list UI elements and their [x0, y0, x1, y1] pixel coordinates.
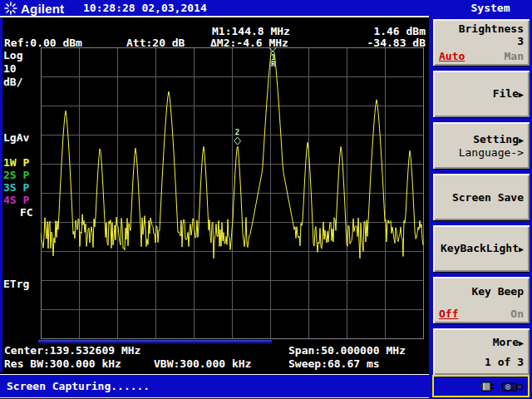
softkey-keybacklight[interactable]: KeyBackLight▶: [433, 225, 530, 272]
option-off[interactable]: Off: [439, 308, 458, 320]
center-freq-readout: Center:139.532609 MHz: [4, 344, 140, 357]
softkey-value: Language->: [439, 146, 524, 159]
power-plug-icon: [480, 380, 499, 393]
softkey-more[interactable]: More▶ 1 of 3: [433, 328, 530, 375]
span-readout: Span:50.000000 MHz: [288, 344, 406, 357]
brand: Agilent: [4, 2, 64, 16]
freq-coupling-label: FC: [20, 206, 33, 219]
marker1-value: 1.46 dBm: [332, 25, 426, 37]
softkey-menu-panel: Brightness 3 Auto Man File▶ Setting▶ Lan…: [429, 17, 532, 399]
option-on[interactable]: On: [510, 308, 524, 320]
trace4-mode-label: 4S P: [3, 194, 29, 206]
softkey-label: File: [493, 87, 519, 100]
softkey-file[interactable]: File▶: [433, 71, 530, 117]
submenu-arrow-icon: ▶: [519, 244, 524, 254]
option-man[interactable]: Man: [505, 50, 524, 62]
softkey-key-beep[interactable]: Key Beep Off On: [433, 277, 530, 323]
trace1-mode-label: 1W P: [3, 156, 29, 169]
softkey-label: Key Beep: [439, 285, 524, 298]
agilent-starburst-icon: [4, 2, 17, 15]
spectrum-analyzer-screen: Agilent 10:28:28 02,03,2014 System M1:14…: [0, 0, 532, 399]
datetime-display: 10:28:28 02,03,2014: [83, 2, 207, 14]
trace2-mode-label: 2S P: [3, 169, 29, 181]
vbw-readout: VBW:300.000 kHz: [154, 357, 251, 370]
softkey-label: Brightness: [439, 22, 524, 35]
device-indicator-box: [432, 375, 530, 397]
scale-step-label: 10: [3, 62, 17, 75]
softkey-label: KeyBackLight: [441, 242, 519, 254]
softkey-label: More: [493, 336, 519, 348]
softkey-setting[interactable]: Setting▶ Language->: [433, 122, 530, 169]
top-bar: Agilent 10:28:28 02,03,2014 System: [0, 0, 532, 17]
marker1-readout: M1:144.8 MHz: [212, 25, 290, 37]
usb-drive-icon: [501, 380, 525, 393]
spectrum-plot: 1R2: [41, 47, 424, 339]
status-message: Screen Capturing......: [7, 380, 150, 392]
sweep-time-readout: Sweep:68.67 ms: [288, 357, 380, 370]
trace3-mode-label: 3S P: [3, 181, 29, 194]
softkey-page-indicator: 1 of 3: [439, 356, 524, 368]
marker-label: R: [271, 60, 276, 68]
softkey-screen-save[interactable]: Screen Save: [433, 174, 530, 220]
left-edge-strip: [0, 17, 2, 372]
menu-title: System: [456, 2, 525, 14]
res-bw-readout: Res BW:300.000 kHz: [4, 357, 121, 370]
softkey-label: Screen Save: [439, 191, 524, 204]
scale-type-label: Log: [3, 49, 22, 62]
status-bar: Screen Capturing......: [0, 374, 429, 398]
submenu-arrow-icon: ▶: [519, 90, 524, 99]
softkey-brightness[interactable]: Brightness 3 Auto Man: [433, 19, 530, 66]
brand-name: Agilent: [21, 2, 64, 16]
average-type-label: LgAv: [3, 131, 29, 144]
marker-label: 2: [235, 128, 239, 136]
trigger-label: ETrg: [3, 278, 29, 290]
marker-diamond-icon: [234, 137, 241, 145]
scale-unit-label: dB/: [3, 76, 22, 88]
submenu-arrow-icon: ▶: [519, 338, 524, 347]
softkey-label: Setting: [473, 133, 519, 145]
top-separator: [0, 16, 429, 17]
softkey-value: 3: [439, 35, 524, 47]
option-auto[interactable]: Auto: [439, 50, 465, 62]
submenu-arrow-icon: ▶: [519, 135, 524, 145]
